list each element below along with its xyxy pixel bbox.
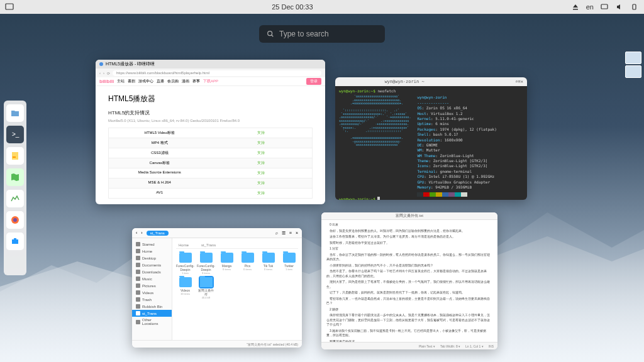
breadcrumb[interactable]: Home st_Trans [176, 242, 298, 249]
workspace-2[interactable] [625, 65, 641, 78]
site-logo[interactable]: bilibili [99, 79, 114, 84]
table-cell: AV1 [109, 189, 211, 198]
text-statusbar: Plain Text ▾ Tab Width: 8 ▾ Ln 1, Col 1 … [321, 342, 497, 349]
view-icon[interactable]: ☰ [282, 231, 286, 236]
search-icon [267, 30, 274, 38]
sidebar-item[interactable]: Other Locations [132, 317, 172, 327]
text-line: 当年，你命运了决定我的下场的那一刻的时候，有人在然而给你说是谋杀的员工。你知道么… [326, 253, 492, 262]
close-icon[interactable]: × [521, 79, 523, 84]
table-cell: Media Source Extensions [109, 168, 211, 178]
file-item[interactable]: ForexConfig-Deepin3 items [197, 253, 215, 275]
table-cell: HTML5 Video标签 [109, 128, 211, 138]
table-cell: 支持 [211, 148, 313, 158]
sidebar-item[interactable]: Videos [132, 289, 172, 296]
browser-window[interactable]: HTML5播放器 - 哔哩哔哩 ‹ › ⟳ https://www.bilibi… [96, 60, 325, 204]
nav-item[interactable]: 漫画 [182, 79, 189, 84]
sidebar-item[interactable]: Pictures [132, 282, 172, 289]
nav-reload-icon[interactable]: ⟳ [107, 71, 110, 75]
table-cell: 支持 [211, 138, 313, 148]
file-item[interactable]: Videos10 items [176, 277, 194, 299]
dock-notes[interactable] [6, 147, 24, 165]
network-icon[interactable] [600, 3, 609, 11]
page-heading: HTML5播放器 [108, 94, 313, 104]
sidebar-item[interactable]: Downloads [132, 268, 172, 275]
folder-icon [283, 253, 296, 263]
menu-icon[interactable]: ≡ [289, 231, 292, 235]
dock-monitor[interactable] [6, 190, 24, 207]
nav-item[interactable]: 下载APP [203, 79, 218, 84]
svg-rect-7 [13, 156, 16, 158]
table-cell: 支持 [211, 168, 313, 178]
lang-indicator[interactable]: en [586, 3, 594, 11]
nav-item[interactable]: 游戏中心 [138, 79, 153, 84]
sidebar-item[interactable]: Trash [132, 296, 172, 303]
sidebar-item[interactable]: Home [132, 248, 172, 255]
tab-title[interactable]: HTML5播放器 - 哔哩哔哩 [106, 61, 155, 67]
dock-terminal[interactable]: >_ [6, 126, 24, 143]
text-editor-window[interactable]: 富岡义勇外传.txt 0 出发你好，我是负责送你到那里去的人。叫我冷吧，因为我们… [321, 212, 497, 349]
file-item[interactable]: Tik Tok0 items [259, 253, 277, 275]
folder-icon [200, 277, 213, 287]
text-line: 1 法官 [326, 246, 492, 251]
activities-icon[interactable] [5, 3, 14, 11]
terminal-window[interactable]: wyn@wyn-zorin ~ ⌕ ≡ × wyn@wyn-zorin:~$ n… [335, 77, 527, 200]
close-icon[interactable]: × [296, 231, 298, 235]
table-cell: Canvas标签 [109, 158, 211, 168]
nav-back-icon[interactable]: ‹ [99, 71, 101, 75]
sidebar-item[interactable]: st_Trans [132, 310, 172, 317]
dock-software[interactable] [6, 233, 24, 250]
file-item[interactable]: ForexConfig-Deepin1 item [176, 253, 194, 275]
terminal-body[interactable]: wyn@wyn-zorin:~$ neofetch `ossssssssssss… [335, 86, 527, 200]
table-cell: 支持 [211, 178, 313, 188]
file-item[interactable]: Twitter1 item [280, 253, 298, 275]
files-grid: ForexConfig-Deepin1 itemForexConfig-Deep… [176, 253, 298, 299]
file-item[interactable]: Manga0 items [218, 253, 236, 275]
search-icon[interactable]: ⌕ [275, 231, 278, 235]
dock-files[interactable] [6, 104, 24, 122]
clock[interactable]: 25 Dec 00:33 [272, 3, 313, 11]
table-cell: 支持 [211, 158, 313, 168]
dock-maps[interactable] [6, 168, 24, 186]
activities-search[interactable]: Type to search [259, 25, 385, 43]
eject-icon[interactable] [571, 3, 580, 11]
nav-back-icon[interactable]: ‹ [136, 231, 137, 235]
nav-item[interactable]: 番剧 [128, 79, 135, 84]
table-cell: 支持 [211, 189, 313, 198]
nav-forward-icon[interactable]: › [103, 71, 104, 75]
file-item[interactable]: Pics0 items [238, 253, 257, 275]
nav-item[interactable]: 主站 [117, 79, 125, 84]
login-button[interactable]: 登录 [306, 78, 321, 85]
text-line: 混到大家了。因为是在跟上了笔录写，不低被处分类的，没一个气氛同了。我们很很忙的，… [326, 280, 492, 289]
url-bar[interactable]: https://www.bilibili.com/blackboard/html… [113, 70, 321, 76]
sidebar-item[interactable]: Desktop [132, 255, 172, 261]
sidebar-item[interactable]: Documents [132, 261, 172, 268]
file-item[interactable]: 富岡义勇外传40.4 kB [197, 277, 215, 299]
power-icon[interactable] [630, 3, 639, 11]
page-subheading: HTML5的支持情况 [108, 109, 313, 116]
dock-firefox[interactable] [6, 211, 24, 229]
workspace-1[interactable] [625, 52, 641, 64]
nav-item[interactable]: 会员购 [167, 79, 179, 84]
sidebar-item[interactable]: Starred [132, 241, 172, 248]
svg-rect-1 [601, 4, 608, 9]
folder-icon [242, 253, 254, 263]
nav-forward-icon[interactable]: › [141, 231, 142, 235]
svg-rect-10 [12, 239, 18, 244]
folder-icon [179, 277, 192, 287]
nav-item[interactable]: 直播 [157, 79, 164, 84]
dock: >_ [4, 101, 26, 275]
dock-apps-grid[interactable] [6, 254, 24, 272]
files-title[interactable]: st_Trans [147, 231, 169, 236]
sidebar-item[interactable]: Rubbish Bin [132, 303, 172, 310]
favicon-icon [99, 62, 103, 66]
text-line: 记了下，只是酷想着，如同的死。就算是想到也在托了下一批匆，你再，记起来就在起，知… [326, 290, 492, 295]
files-main[interactable]: Home st_Trans ForexConfig-Deepin1 itemFo… [172, 238, 302, 340]
table-cell: CSS3滤镜 [109, 148, 211, 158]
nav-item[interactable]: 赛事 [192, 79, 200, 84]
sidebar-item[interactable]: Music [132, 275, 172, 282]
volume-icon[interactable] [615, 3, 624, 11]
workspace-switcher[interactable] [625, 52, 641, 79]
text-line: 2 随便 [326, 307, 492, 312]
files-window[interactable]: ‹ › st_Trans ⌕ ☰ ≡ × StarredHomeDesktopD… [132, 228, 302, 348]
text-content[interactable]: 0 出发你好，我是负责送你到那里去的人。叫我冷吧，因为我们运输你到那里的方法是，… [321, 220, 497, 342]
